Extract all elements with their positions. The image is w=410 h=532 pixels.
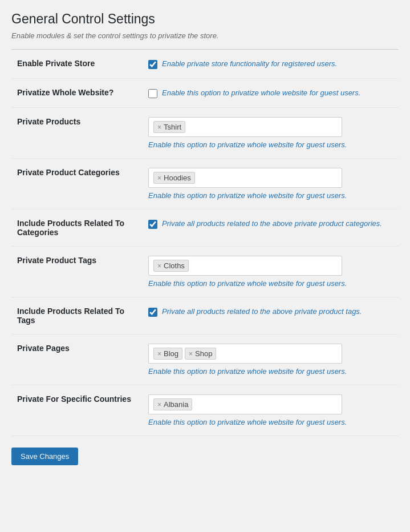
label-private-product-categories: Private Product Categories xyxy=(11,159,143,209)
hint-private-pages: Enable this option to privatize whole we… xyxy=(148,367,393,376)
checkbox-include-products-related-tags[interactable] xyxy=(148,308,157,317)
control-private-products: × Tshirt Enable this option to privatize… xyxy=(143,108,399,159)
row-include-products-related-tags: Include Products Related To Tags Private… xyxy=(11,297,399,334)
tag-label-albania: Albania xyxy=(164,400,188,409)
hint-private-product-tags: Enable this option to privatize whole we… xyxy=(148,279,393,288)
save-button[interactable]: Save Changes xyxy=(11,448,78,465)
control-privatize-whole-website: Enable this option to privatize whole we… xyxy=(143,79,399,108)
tag-label-shop: Shop xyxy=(195,349,212,358)
row-private-for-specific-countries: Private For Specific Countries × Albania… xyxy=(11,385,399,436)
hint-private-products: Enable this option to privatize whole we… xyxy=(148,140,393,149)
label-private-for-specific-countries: Private For Specific Countries xyxy=(11,385,143,436)
label-private-product-tags: Private Product Tags xyxy=(11,247,143,297)
tag-input-private-product-categories[interactable]: × Hoodies xyxy=(148,168,342,188)
tag-input-private-product-tags[interactable]: × Cloths xyxy=(148,256,342,276)
page-title: General Control Settings xyxy=(11,11,399,27)
label-private-products: Private Products xyxy=(11,108,143,159)
label-enable-private-store: Enable Private Store xyxy=(11,50,143,79)
tag-albania[interactable]: × Albania xyxy=(153,398,192,410)
tag-label-blog: Blog xyxy=(164,349,178,358)
label-include-products-related-tags: Include Products Related To Tags xyxy=(11,297,143,334)
settings-table: Enable Private Store Enable private stor… xyxy=(11,50,399,436)
row-enable-private-store: Enable Private Store Enable private stor… xyxy=(11,50,399,79)
tag-label-tshirt: Tshirt xyxy=(164,123,181,131)
tag-remove-hoodies[interactable]: × xyxy=(157,174,161,182)
checkbox-enable-private-store[interactable] xyxy=(148,60,157,69)
control-private-product-categories: × Hoodies Enable this option to privatiz… xyxy=(143,159,399,209)
include-products-related-categories-description: Private all products related to the abov… xyxy=(162,219,382,229)
row-privatize-whole-website: Privatize Whole Website? Enable this opt… xyxy=(11,79,399,108)
control-include-products-related-tags: Private all products related to the abov… xyxy=(143,297,399,334)
control-include-products-related-categories: Private all products related to the abov… xyxy=(143,209,399,247)
tag-blog[interactable]: × Blog xyxy=(153,348,182,360)
label-private-pages: Private Pages xyxy=(11,334,143,385)
row-include-products-related-categories: Include Products Related To Categories P… xyxy=(11,209,399,247)
row-private-pages: Private Pages × Blog × Shop Enable this … xyxy=(11,334,399,385)
tag-cloths[interactable]: × Cloths xyxy=(153,260,189,272)
tag-input-private-pages[interactable]: × Blog × Shop xyxy=(148,344,342,364)
hint-private-for-specific-countries: Enable this option to privatize whole we… xyxy=(148,418,393,426)
control-private-pages: × Blog × Shop Enable this option to priv… xyxy=(143,334,399,385)
checkbox-row-privatize-whole-website: Enable this option to privatize whole we… xyxy=(148,88,393,98)
tag-input-private-products[interactable]: × Tshirt xyxy=(148,117,342,137)
tag-remove-tshirt[interactable]: × xyxy=(157,123,161,131)
include-products-related-tags-description: Private all products related to the abov… xyxy=(162,307,362,317)
tag-input-private-for-specific-countries[interactable]: × Albania xyxy=(148,394,342,414)
label-include-products-related-categories: Include Products Related To Categories xyxy=(11,209,143,247)
hint-private-product-categories: Enable this option to privatize whole we… xyxy=(148,191,393,200)
tag-remove-cloths[interactable]: × xyxy=(157,262,161,270)
enable-private-store-description: Enable private store functionality for r… xyxy=(162,59,337,69)
row-private-product-categories: Private Product Categories × Hoodies Ena… xyxy=(11,159,399,209)
tag-tshirt[interactable]: × Tshirt xyxy=(153,121,185,133)
row-private-product-tags: Private Product Tags × Cloths Enable thi… xyxy=(11,247,399,297)
checkbox-row-enable-private-store: Enable private store functionality for r… xyxy=(148,59,393,69)
control-private-product-tags: × Cloths Enable this option to privatize… xyxy=(143,247,399,297)
checkbox-row-include-products-related-categories: Private all products related to the abov… xyxy=(148,219,393,229)
tag-label-hoodies: Hoodies xyxy=(164,174,191,182)
page-subtitle: Enable modules & set the control setting… xyxy=(11,31,399,40)
tag-hoodies[interactable]: × Hoodies xyxy=(153,172,195,184)
tag-remove-shop[interactable]: × xyxy=(189,350,193,358)
label-privatize-whole-website: Privatize Whole Website? xyxy=(11,79,143,108)
control-private-for-specific-countries: × Albania Enable this option to privatiz… xyxy=(143,385,399,436)
tag-remove-albania[interactable]: × xyxy=(157,401,161,409)
checkbox-row-include-products-related-tags: Private all products related to the abov… xyxy=(148,307,393,317)
checkbox-privatize-whole-website[interactable] xyxy=(148,89,157,98)
checkbox-include-products-related-categories[interactable] xyxy=(148,220,157,229)
tag-label-cloths: Cloths xyxy=(164,261,185,270)
privatize-whole-website-description: Enable this option to privatize whole we… xyxy=(162,88,360,98)
tag-remove-blog[interactable]: × xyxy=(157,350,161,358)
control-enable-private-store: Enable private store functionality for r… xyxy=(143,50,399,79)
tag-shop[interactable]: × Shop xyxy=(185,348,216,360)
row-private-products: Private Products × Tshirt Enable this op… xyxy=(11,108,399,159)
